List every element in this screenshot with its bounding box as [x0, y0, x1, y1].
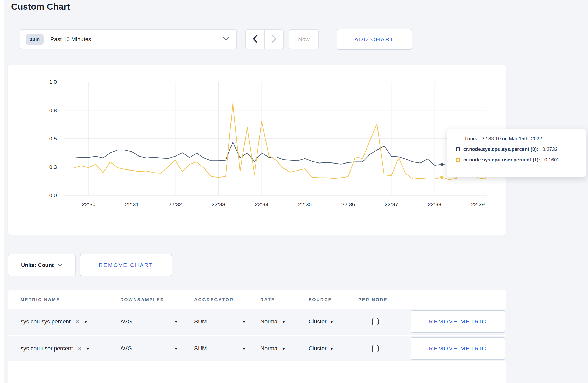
- svg-text:22:32: 22:32: [168, 201, 182, 207]
- add-chart-button[interactable]: ADD CHART: [337, 29, 412, 50]
- column-header-downsampler: DOWNSAMPLER: [120, 297, 164, 302]
- svg-text:22:30: 22:30: [82, 201, 96, 207]
- column-header-aggregator: AGGREGATOR: [194, 297, 234, 302]
- remove-chart-button[interactable]: REMOVE CHART: [80, 254, 172, 276]
- next-interval-button[interactable]: [264, 30, 283, 49]
- time-pager: [245, 29, 284, 49]
- tooltip-time-label: Time:: [464, 136, 477, 141]
- source-value: Cluster: [309, 345, 327, 352]
- series-swatch-icon: [456, 147, 460, 151]
- svg-text:22:33: 22:33: [212, 201, 225, 207]
- page-title: Custom Chart: [11, 2, 70, 12]
- chart-hover-tooltip: Time: 22:38:10 on Mar 15th, 2022 cr.node…: [447, 129, 586, 177]
- metric-name-dropdown[interactable]: sys.cpu.sys.percent ✕ ▼: [20, 309, 88, 335]
- downsampler-value: AVG: [120, 318, 132, 325]
- downsampler-value: AVG: [120, 345, 132, 352]
- source-dropdown[interactable]: Cluster ▼: [309, 336, 334, 361]
- tooltip-metric-value: 0.1601: [544, 157, 559, 163]
- source-dropdown[interactable]: Cluster ▼: [309, 309, 334, 335]
- units-label: Units: Count: [21, 262, 54, 268]
- svg-text:22:36: 22:36: [341, 201, 355, 207]
- caret-down-icon: ▼: [330, 320, 334, 324]
- rate-dropdown[interactable]: Normal ▼: [260, 336, 286, 361]
- time-range-dropdown[interactable]: 10m Past 10 Minutes: [20, 29, 237, 49]
- downsampler-dropdown[interactable]: AVG ▼: [120, 309, 178, 335]
- svg-text:22:35: 22:35: [298, 201, 312, 207]
- tooltip-series-row: cr.node.sys.cpu.user.percent (1): 0.1601: [456, 157, 579, 163]
- column-header-per-node: PER NODE: [358, 297, 388, 302]
- aggregator-value: SUM: [194, 345, 207, 352]
- page-background: Custom Chart 10m Past 10 Minutes Now ADD…: [4, 0, 588, 383]
- table-row: sys.cpu.sys.percent ✕ ▼ AVG ▼ SUM ▼ Norm…: [8, 309, 506, 335]
- metric-name-value: sys.cpu.user.percent: [20, 345, 73, 352]
- caret-down-icon: ▼: [242, 320, 246, 324]
- rate-value: Normal: [260, 345, 279, 352]
- caret-down-icon: ▼: [330, 346, 334, 351]
- svg-text:0.3: 0.3: [49, 164, 57, 170]
- tooltip-metric-name: cr.node.sys.cpu.user.percent (1):: [463, 157, 540, 163]
- clear-metric-icon[interactable]: ✕: [78, 345, 82, 352]
- chart-card: 0.00.30.50.81.022:3022:3122:3222:3322:34…: [8, 65, 506, 235]
- caret-down-icon: ▼: [84, 320, 88, 324]
- column-header-metric-name: METRIC NAME: [20, 297, 60, 302]
- chevron-left-icon: [253, 35, 258, 44]
- prev-interval-button[interactable]: [246, 30, 264, 49]
- caret-down-icon: ▼: [282, 346, 286, 351]
- time-range-label: Past 10 Minutes: [50, 36, 91, 43]
- svg-text:22:39: 22:39: [471, 201, 485, 207]
- tooltip-series-row: cr.node.sys.cpu.sys.percent (0): 0.2732: [456, 146, 579, 152]
- remove-metric-button[interactable]: REMOVE METRIC: [411, 337, 505, 360]
- table-row: sys.cpu.user.percent ✕ ▼ AVG ▼ SUM ▼ Nor…: [8, 336, 506, 361]
- column-header-rate: RATE: [260, 297, 275, 302]
- rate-value: Normal: [260, 318, 279, 325]
- chevron-right-icon: [271, 35, 277, 44]
- svg-text:0.0: 0.0: [49, 192, 57, 198]
- caret-down-icon: ▼: [242, 346, 246, 351]
- svg-text:22:37: 22:37: [384, 201, 398, 207]
- tooltip-time-value: 22:38:10 on Mar 15th, 2022: [481, 136, 542, 141]
- aggregator-dropdown[interactable]: SUM ▼: [194, 309, 246, 335]
- svg-text:0.5: 0.5: [49, 136, 57, 141]
- units-dropdown[interactable]: Units: Count: [8, 254, 76, 276]
- tooltip-metric-name: cr.node.sys.cpu.sys.percent (0):: [463, 146, 538, 152]
- svg-text:22:34: 22:34: [255, 201, 269, 207]
- column-header-source: SOURCE: [309, 297, 332, 302]
- source-value: Cluster: [309, 318, 327, 325]
- aggregator-dropdown[interactable]: SUM ▼: [194, 336, 246, 361]
- remove-metric-button[interactable]: REMOVE METRIC: [411, 310, 505, 333]
- chevron-down-icon: [58, 263, 62, 267]
- now-button[interactable]: Now: [289, 29, 319, 49]
- metric-name-dropdown[interactable]: sys.cpu.user.percent ✕ ▼: [20, 336, 90, 361]
- metric-name-value: sys.cpu.sys.percent: [20, 318, 71, 325]
- svg-text:1.0: 1.0: [49, 79, 57, 85]
- per-node-checkbox[interactable]: [372, 318, 379, 325]
- chart-plot-area[interactable]: 0.00.30.50.81.022:3022:3122:3222:3322:34…: [8, 65, 507, 235]
- per-node-checkbox[interactable]: [372, 345, 379, 352]
- caret-down-icon: ▼: [282, 320, 286, 324]
- caret-down-icon: ▼: [174, 346, 178, 351]
- chevron-down-icon: [223, 37, 229, 42]
- metrics-table: METRIC NAME DOWNSAMPLER AGGREGATOR RATE …: [8, 290, 506, 383]
- toolbar-divider: [8, 29, 8, 49]
- svg-text:22:38: 22:38: [428, 201, 442, 207]
- caret-down-icon: ▼: [86, 346, 90, 351]
- aggregator-value: SUM: [194, 318, 207, 325]
- svg-text:22:31: 22:31: [125, 201, 139, 207]
- tooltip-metric-value: 0.2732: [542, 146, 557, 152]
- svg-text:0.8: 0.8: [49, 107, 57, 113]
- clear-metric-icon[interactable]: ✕: [75, 318, 80, 325]
- caret-down-icon: ▼: [174, 320, 178, 324]
- series-swatch-icon: [456, 158, 460, 162]
- downsampler-dropdown[interactable]: AVG ▼: [120, 336, 178, 361]
- time-range-badge: 10m: [26, 34, 44, 45]
- rate-dropdown[interactable]: Normal ▼: [260, 309, 286, 335]
